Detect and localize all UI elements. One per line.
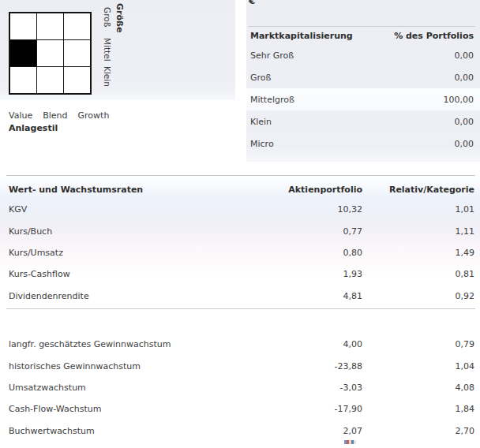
row-label: Kurs/Buch [9,226,244,237]
row-portfolio-value: 1,93 [244,269,362,279]
table-row: Micro 0,00 [246,133,480,155]
row-label: Micro [250,139,274,149]
style-box-column-labels: Value Blend Growth [9,110,109,121]
table-row: Sehr Groß 0,00 [246,44,480,66]
market-cap-table: Marktkapitalisierung % des Portfolios Se… [246,27,480,155]
style-box-panel: Groß Mittel Klein Größe [0,0,235,100]
style-box-cell-klein-blend [37,67,63,93]
row-value: 0,00 [455,139,474,149]
row-portfolio-value: 0,80 [244,248,362,258]
style-box-cell-klein-growth [64,67,90,93]
row-portfolio-value: -3,03 [244,383,362,393]
fragment-pixel [354,440,356,444]
table-row: Klein 0,00 [246,110,480,133]
row-portfolio-value: 4,00 [244,339,362,349]
row-relative-value: 1,49 [362,248,474,258]
row-label: KGV [9,204,244,215]
style-box-col-label-growth: Growth [78,110,110,121]
row-relative-value: 4,08 [362,383,474,393]
row-relative-value: 0,79 [362,339,474,349]
row-relative-value: 0,92 [362,291,474,301]
row-value: 0,00 [455,50,474,61]
row-portfolio-value: -17,90 [244,404,362,414]
market-cap-panel: € Marktkapitalisierung % des Portfolios … [246,0,480,162]
row-value: 0,00 [455,117,474,127]
row-value: 0,00 [455,73,474,83]
row-label: Umsatzwachstum [9,383,244,393]
table-row: Kurs/Buch 0,77 1,11 [0,220,480,241]
table-row: Cash-Flow-Wachstum -17,90 1,84 [0,398,480,420]
value-growth-header-row: Wert- und Wachstumsraten Aktienportfolio… [0,180,480,199]
table-row: KGV 10,32 1,01 [0,199,480,220]
table-row: langfr. geschätztes Gewinnwachstum 4,00 … [0,334,480,355]
col-header-relativ-kategorie: Relativ/Kategorie [362,185,474,195]
style-box-cell-klein-value [10,67,36,93]
row-label: Dividendenrendite [9,291,244,301]
table-row: Kurs/Umsatz 0,80 1,49 [0,242,480,263]
row-relative-value: 1,04 [362,361,474,371]
row-portfolio-value: 10,32 [244,204,362,215]
row-label: Klein [250,117,272,127]
style-box-axis-title: Größe [114,3,125,32]
style-box-grid [9,12,92,95]
currency-symbol: € [249,0,255,6]
row-label: historisches Gewinnwachstum [9,361,244,371]
row-label: Kurs-Cashflow [9,269,244,279]
value-growth-title: Wert- und Wachstumsraten [9,185,244,195]
row-relative-value: 1,84 [362,404,474,414]
growth-table: langfr. geschätztes Gewinnwachstum 4,00 … [0,309,480,442]
style-box-col-label-value: Value [9,110,32,121]
style-box-cell-gross-value [10,13,36,39]
row-label: Mittelgroß [250,95,294,105]
row-relative-value: 2,70 [362,426,474,436]
style-box-cell-gross-growth [64,13,90,39]
row-label: Buchwertwachstum [9,426,244,436]
clipped-bottom-fragment [344,440,356,444]
style-box-cell-mittel-growth [64,40,90,66]
style-box-col-label-blend: Blend [43,110,67,121]
row-portfolio-value: 2,07 [244,426,362,436]
style-box-row-label-mittel: Mittel [103,38,112,62]
row-portfolio-value: 4,81 [244,291,362,301]
row-portfolio-value: 0,77 [244,226,362,237]
table-row: Buchwertwachstum 2,07 2,70 [0,420,480,442]
row-portfolio-value: -23,88 [244,361,362,371]
row-label: Groß [250,73,271,83]
table-row-highlighted: Mittelgroß 100,00 [246,88,480,110]
style-box-cell-gross-blend [37,13,63,39]
row-label: langfr. geschätztes Gewinnwachstum [9,339,244,349]
style-box-cell-mittel-value-active [10,40,36,66]
row-relative-value: 1,01 [362,204,474,215]
row-relative-value: 0,81 [362,269,474,279]
row-value: 100,00 [444,95,474,105]
value-growth-table: Wert- und Wachstumsraten Aktienportfolio… [0,176,480,308]
table-row: Groß 0,00 [246,66,480,88]
table-row: Dividendenrendite 4,81 0,92 [0,286,480,307]
top-section: Groß Mittel Klein Größe Value Blend Grow… [0,0,480,175]
row-label: Kurs/Umsatz [9,248,244,258]
row-relative-value: 1,11 [362,226,474,237]
style-box-row-label-klein: Klein [103,66,112,87]
style-box-cell-mittel-blend [37,40,63,66]
table-row: Kurs-Cashflow 1,93 0,81 [0,263,480,285]
style-box-row-label-gross: Groß [103,7,112,27]
table-row: Umsatzwachstum -3,03 4,08 [0,377,480,398]
row-label: Sehr Groß [250,50,294,61]
col-header-aktienportfolio: Aktienportfolio [244,185,362,195]
market-cap-header-row: Marktkapitalisierung % des Portfolios [246,27,480,44]
style-box-caption: Anlagestil [9,123,58,133]
row-label: Cash-Flow-Wachstum [9,404,244,414]
market-cap-col2-header: % des Portfolios [394,31,474,41]
table-row: historisches Gewinnwachstum -23,88 1,04 [0,355,480,376]
market-cap-col1-header: Marktkapitalisierung [250,31,353,41]
